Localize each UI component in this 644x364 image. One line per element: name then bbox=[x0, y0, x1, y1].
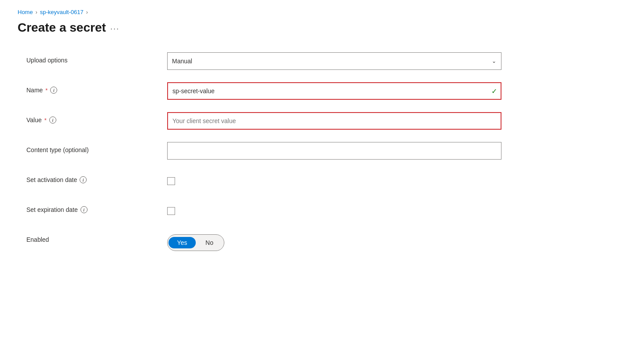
upload-options-select[interactable]: Manual Certificate All bbox=[167, 52, 501, 70]
enabled-toggle-switch[interactable]: Yes No bbox=[167, 234, 224, 251]
page-title: Create a secret bbox=[18, 21, 106, 35]
enabled-toggle: Yes No bbox=[167, 234, 501, 251]
enabled-yes-option[interactable]: Yes bbox=[168, 237, 196, 248]
name-label: Name * i bbox=[26, 82, 167, 94]
check-icon: ✓ bbox=[491, 87, 497, 95]
enabled-label: Enabled bbox=[26, 232, 167, 243]
value-required-star: * bbox=[44, 117, 47, 124]
value-row: Value * i bbox=[26, 112, 501, 131]
expiration-date-row: Set expiration date i bbox=[26, 202, 501, 221]
more-options-button[interactable]: ··· bbox=[110, 24, 120, 33]
enabled-control: Yes No bbox=[167, 232, 501, 251]
activation-date-control bbox=[167, 172, 501, 187]
expiration-date-checkbox[interactable] bbox=[167, 207, 175, 215]
expiration-date-control bbox=[167, 202, 501, 217]
value-info-icon[interactable]: i bbox=[49, 116, 56, 124]
expiration-date-label: Set expiration date i bbox=[26, 202, 167, 213]
breadcrumb-sep-2: › bbox=[86, 9, 88, 15]
name-info-icon[interactable]: i bbox=[50, 87, 57, 94]
breadcrumb-keyvault[interactable]: sp-keyvault-0617 bbox=[40, 9, 84, 15]
expiration-date-info-icon[interactable]: i bbox=[80, 206, 88, 213]
create-secret-form: Upload options Manual Certificate All ⌄ … bbox=[18, 52, 501, 251]
breadcrumb-home[interactable]: Home bbox=[18, 9, 33, 15]
value-input-wrapper bbox=[167, 112, 501, 130]
activation-date-label: Set activation date i bbox=[26, 172, 167, 183]
breadcrumb: Home › sp-keyvault-0617 › bbox=[18, 9, 626, 15]
upload-options-control: Manual Certificate All ⌄ bbox=[167, 52, 501, 70]
upload-options-row: Upload options Manual Certificate All ⌄ bbox=[26, 52, 501, 72]
name-control: ✓ bbox=[167, 82, 501, 100]
name-input[interactable] bbox=[167, 82, 501, 100]
value-label: Value * i bbox=[26, 112, 167, 124]
name-input-wrapper: ✓ bbox=[167, 82, 501, 100]
breadcrumb-sep-1: › bbox=[36, 9, 37, 15]
name-row: Name * i ✓ bbox=[26, 82, 501, 102]
content-type-row: Content type (optional) bbox=[26, 142, 501, 161]
content-type-control bbox=[167, 142, 501, 160]
upload-options-dropdown-wrapper: Manual Certificate All ⌄ bbox=[167, 52, 501, 70]
enabled-no-option[interactable]: No bbox=[196, 237, 223, 248]
value-input[interactable] bbox=[167, 112, 501, 130]
page-header: Create a secret ··· bbox=[18, 21, 626, 35]
value-control bbox=[167, 112, 501, 130]
content-type-input[interactable] bbox=[167, 142, 501, 160]
activation-date-info-icon[interactable]: i bbox=[80, 176, 87, 183]
enabled-row: Enabled Yes No bbox=[26, 232, 501, 251]
upload-options-label: Upload options bbox=[26, 52, 167, 64]
content-type-label: Content type (optional) bbox=[26, 142, 167, 153]
name-required-star: * bbox=[45, 87, 48, 94]
activation-date-checkbox[interactable] bbox=[167, 177, 175, 185]
activation-date-row: Set activation date i bbox=[26, 172, 501, 191]
